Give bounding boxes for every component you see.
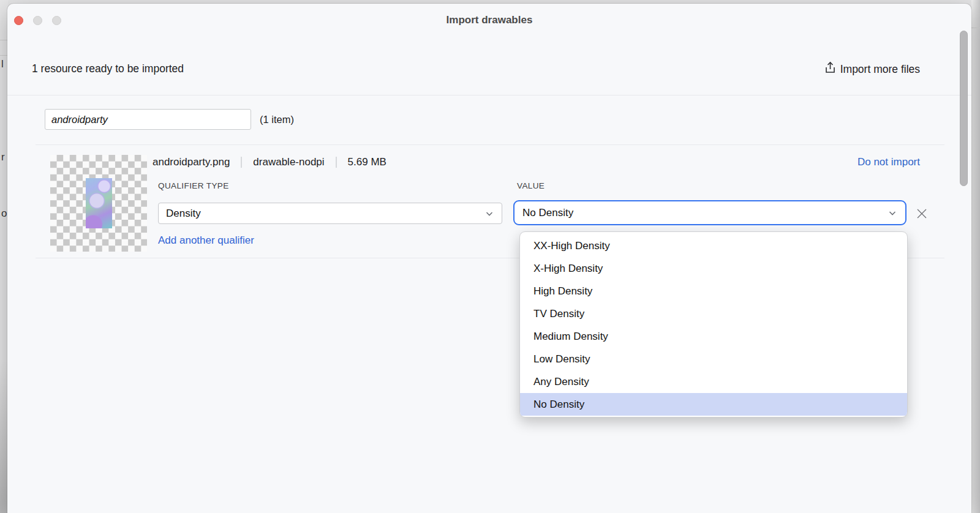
background-line	[971, 28, 980, 28]
title-bar[interactable]: Import drawables	[7, 4, 971, 34]
background-text-fragment: o	[1, 208, 7, 220]
upload-icon	[824, 61, 836, 77]
do-not-import-link[interactable]: Do not import	[858, 151, 920, 174]
drawable-thumbnail	[50, 155, 147, 252]
import-more-files-label: Import more files	[840, 63, 920, 76]
qualifier-type-select[interactable]: Density	[158, 203, 502, 224]
dropdown-option-list: XX-High DensityX-High DensityHigh Densit…	[520, 234, 907, 416]
resources-ready-status: 1 resource ready to be imported	[32, 62, 184, 75]
import-drawables-dialog: Import drawables 1 resource ready to be …	[7, 4, 971, 513]
file-size: 5.69 MB	[348, 156, 386, 168]
value-label: VALUE	[517, 181, 545, 190]
chevron-down-icon	[484, 209, 494, 219]
target-folder: drawable-nodpi	[253, 156, 324, 168]
background-text-fragment: l	[1, 58, 4, 70]
add-another-qualifier-link[interactable]: Add another qualifier	[158, 234, 254, 247]
value-selected-value: No Density	[522, 207, 888, 219]
background-text-fragment: r	[1, 151, 5, 163]
remove-qualifier-button[interactable]	[914, 206, 930, 222]
chevron-down-icon	[888, 208, 897, 218]
header-divider	[7, 95, 971, 95]
dropdown-option[interactable]: X-High Density	[520, 257, 907, 280]
separator	[241, 157, 242, 168]
qualifier-type-selected-value: Density	[166, 208, 484, 220]
value-select[interactable]: No Density	[513, 200, 907, 225]
dropdown-option[interactable]: Low Density	[520, 348, 907, 370]
resource-name-input[interactable]	[45, 109, 251, 130]
separator	[336, 157, 337, 168]
file-info-row: androidparty.png drawable-nodpi 5.69 MB	[153, 151, 386, 174]
dropdown-option[interactable]: Medium Density	[520, 325, 907, 348]
dropdown-option[interactable]: TV Density	[520, 302, 907, 325]
import-more-files-button[interactable]: Import more files	[824, 61, 920, 77]
dropdown-option[interactable]: XX-High Density	[520, 234, 907, 257]
qualifier-type-label: QUALIFIER TYPE	[158, 181, 229, 190]
value-dropdown-popup: XX-High DensityX-High DensityHigh Densit…	[519, 231, 908, 418]
file-name: androidparty.png	[153, 156, 230, 168]
dropdown-option[interactable]: High Density	[520, 280, 907, 302]
window-title: Import drawables	[7, 14, 971, 26]
background-window-right	[971, 0, 980, 513]
item-count-label: (1 item)	[260, 109, 294, 130]
dropdown-scrollbar-thumb[interactable]	[960, 31, 968, 186]
drawable-preview-image	[86, 178, 112, 228]
dropdown-option[interactable]: No Density	[520, 393, 907, 416]
item-top-divider	[36, 144, 944, 145]
dropdown-option[interactable]: Any Density	[520, 370, 907, 393]
